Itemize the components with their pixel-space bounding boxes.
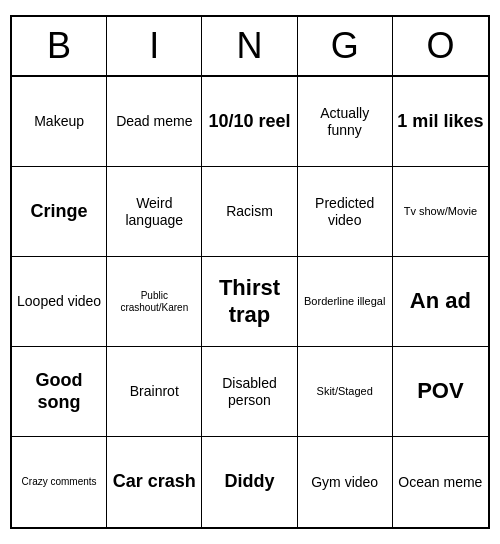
- bingo-cell-12: Thirst trap: [202, 257, 297, 347]
- bingo-cell-5: Cringe: [12, 167, 107, 257]
- bingo-cell-4: 1 mil likes: [393, 77, 488, 167]
- bingo-cell-19: POV: [393, 347, 488, 437]
- bingo-cell-17: Disabled person: [202, 347, 297, 437]
- bingo-cell-7: Racism: [202, 167, 297, 257]
- bingo-header: BINGO: [12, 17, 488, 77]
- bingo-cell-14: An ad: [393, 257, 488, 347]
- bingo-cell-8: Predicted video: [298, 167, 393, 257]
- header-letter-n: N: [202, 17, 297, 75]
- bingo-cell-6: Weird language: [107, 167, 202, 257]
- bingo-cell-11: Public crashout/Karen: [107, 257, 202, 347]
- bingo-cell-21: Car crash: [107, 437, 202, 527]
- bingo-cell-0: Makeup: [12, 77, 107, 167]
- bingo-cell-3: Actually funny: [298, 77, 393, 167]
- header-letter-b: B: [12, 17, 107, 75]
- bingo-cell-15: Good song: [12, 347, 107, 437]
- bingo-cell-20: Crazy comments: [12, 437, 107, 527]
- bingo-card: BINGO MakeupDead meme10/10 reelActually …: [10, 15, 490, 529]
- bingo-cell-18: Skit/Staged: [298, 347, 393, 437]
- bingo-cell-9: Tv show/Movie: [393, 167, 488, 257]
- bingo-cell-23: Gym video: [298, 437, 393, 527]
- header-letter-o: O: [393, 17, 488, 75]
- bingo-cell-2: 10/10 reel: [202, 77, 297, 167]
- bingo-cell-16: Brainrot: [107, 347, 202, 437]
- bingo-cell-22: Diddy: [202, 437, 297, 527]
- header-letter-g: G: [298, 17, 393, 75]
- bingo-grid: MakeupDead meme10/10 reelActually funny1…: [12, 77, 488, 527]
- bingo-cell-13: Borderline illegal: [298, 257, 393, 347]
- bingo-cell-1: Dead meme: [107, 77, 202, 167]
- bingo-cell-24: Ocean meme: [393, 437, 488, 527]
- header-letter-i: I: [107, 17, 202, 75]
- bingo-cell-10: Looped video: [12, 257, 107, 347]
